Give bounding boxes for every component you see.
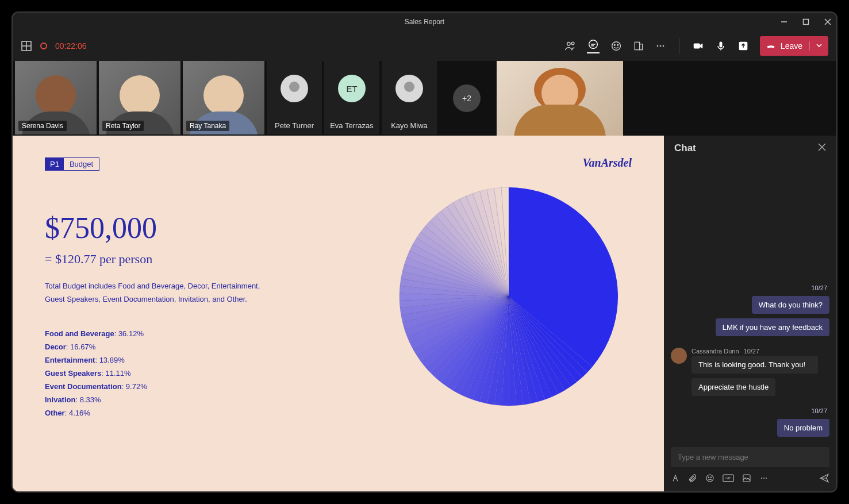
meeting-window: Sales Report 00:22:06 (11, 11, 838, 493)
svg-rect-26 (723, 475, 733, 482)
shared-content: P1 Budget VanArsdel $750,000 = $120.77 p… (13, 136, 664, 491)
svg-line-3 (825, 19, 831, 25)
svg-point-17 (663, 45, 664, 47)
chat-input[interactable] (671, 447, 829, 467)
more-compose-icon[interactable] (759, 474, 769, 485)
leave-label: Leave (781, 41, 802, 51)
chat-message-self[interactable]: What do you think? (752, 296, 829, 314)
toolbar-separator (679, 39, 679, 53)
svg-rect-4 (22, 41, 31, 51)
brand-logo: VanArsdel (582, 156, 632, 170)
participant-name: Kayo Miwa (391, 121, 428, 130)
overflow-count: +2 (453, 84, 481, 112)
participants-icon[interactable] (564, 40, 577, 52)
close-chat-icon[interactable] (818, 143, 826, 154)
maximize-button[interactable] (802, 18, 810, 26)
svg-point-15 (657, 45, 659, 47)
svg-rect-1 (804, 20, 809, 25)
chat-icon[interactable] (587, 39, 600, 53)
meeting-timer: 00:22:06 (55, 41, 87, 51)
leave-button[interactable]: Leave (760, 36, 828, 56)
svg-line-21 (819, 144, 825, 151)
message-timestamp: 10/27 (811, 284, 827, 291)
message-timestamp: 10/27 (811, 407, 827, 414)
chat-message-self[interactable]: No problem (777, 419, 829, 437)
svg-point-30 (763, 478, 765, 479)
recording-icon (40, 43, 47, 49)
svg-text:GIF: GIF (725, 477, 731, 480)
chat-messages: 10/27 What do you think? LMK if you have… (664, 161, 836, 443)
chevron-down-icon[interactable] (809, 41, 823, 51)
reactions-icon[interactable] (610, 40, 623, 52)
svg-point-23 (706, 475, 713, 482)
svg-point-10 (612, 42, 621, 51)
svg-point-25 (710, 477, 711, 478)
svg-rect-14 (640, 44, 643, 50)
svg-rect-28 (743, 475, 750, 482)
format-icon[interactable] (671, 474, 680, 485)
more-actions-icon[interactable] (655, 40, 666, 52)
svg-point-12 (617, 44, 618, 45)
svg-point-9 (589, 40, 598, 49)
badge-secondary: Budget (64, 158, 99, 170)
chat-message-other[interactable]: Appreciate the hustle (692, 378, 775, 396)
video-tile[interactable]: Serena Davis (15, 61, 97, 134)
chat-panel: Chat 10/27 What do you think? LMK if you… (664, 136, 836, 491)
hangup-icon (766, 41, 776, 51)
participants-row: Serena Davis Reta Taylor Ray Tanaka Pete… (13, 61, 836, 136)
close-button[interactable] (824, 18, 832, 26)
participant-name: Reta Taylor (102, 121, 144, 131)
window-title: Sales Report (405, 18, 444, 26)
chat-message-other[interactable]: This is looking good. Thank you! (692, 356, 818, 374)
slide-badge: P1 Budget (45, 157, 99, 171)
svg-line-22 (819, 144, 825, 151)
message-timestamp: 10/27 (744, 348, 760, 355)
pie-chart (394, 182, 624, 414)
send-icon[interactable] (819, 473, 829, 486)
badge-primary: P1 (45, 158, 64, 170)
main-area: P1 Budget VanArsdel $750,000 = $120.77 p… (13, 136, 836, 491)
presenter-tile[interactable] (497, 61, 623, 136)
layout-grid-icon[interactable] (21, 40, 32, 52)
svg-point-8 (571, 42, 574, 45)
svg-line-2 (825, 19, 831, 25)
svg-rect-18 (694, 43, 700, 48)
avatar-tile[interactable]: Pete Turner (267, 61, 322, 134)
video-tile[interactable]: Ray Tanaka (183, 61, 264, 134)
chat-title: Chat (674, 143, 696, 154)
meeting-toolbar: 00:22:06 (13, 31, 836, 61)
chat-message-other-row: Cassandra Dunn 10/27 This is looking goo… (671, 348, 829, 374)
mic-icon[interactable] (715, 40, 727, 52)
sender-name: Cassandra Dunn (692, 348, 739, 355)
participant-name: Eva Terrazas (330, 121, 374, 130)
svg-rect-19 (719, 42, 722, 48)
sticker-icon[interactable] (742, 474, 751, 485)
svg-point-31 (766, 478, 767, 479)
share-icon[interactable] (737, 40, 750, 52)
compose-area: GIF (664, 443, 836, 491)
video-tile[interactable]: Reta Taylor (99, 61, 180, 134)
svg-rect-20 (739, 42, 748, 51)
avatar-tile[interactable]: Kayo Miwa (382, 61, 437, 134)
camera-icon[interactable] (692, 40, 705, 52)
participant-name: Serena Davis (18, 121, 67, 131)
minimize-button[interactable] (780, 18, 788, 26)
svg-point-29 (761, 478, 762, 479)
attach-icon[interactable] (688, 474, 697, 485)
rooms-icon[interactable] (633, 40, 644, 52)
overflow-tile[interactable]: +2 (439, 61, 494, 136)
svg-point-24 (708, 477, 709, 478)
svg-point-11 (614, 44, 615, 45)
avatar-tile[interactable]: ET Eva Terrazas (324, 61, 379, 134)
title-bar: Sales Report (13, 13, 836, 31)
participant-name: Pete Turner (275, 121, 314, 130)
emoji-icon[interactable] (705, 474, 714, 485)
gif-icon[interactable]: GIF (723, 474, 734, 484)
budget-slide: P1 Budget VanArsdel $750,000 = $120.77 p… (13, 136, 664, 491)
chat-message-self[interactable]: LMK if you have any feedback (716, 318, 829, 336)
participant-name: Ray Tanaka (186, 121, 229, 131)
avatar-initials: ET (338, 75, 366, 102)
svg-point-7 (567, 43, 570, 46)
svg-rect-13 (635, 42, 639, 49)
avatar (671, 348, 687, 364)
